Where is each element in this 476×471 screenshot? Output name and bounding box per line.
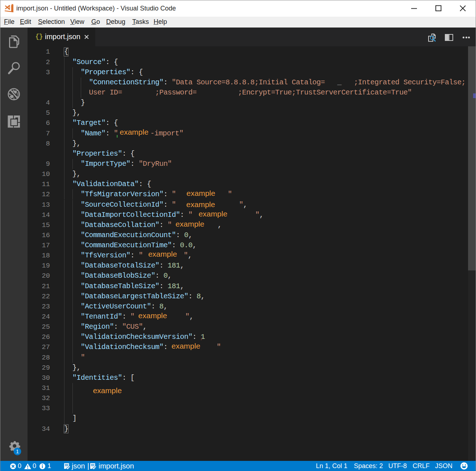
svg-text:1: 1 xyxy=(16,449,19,454)
